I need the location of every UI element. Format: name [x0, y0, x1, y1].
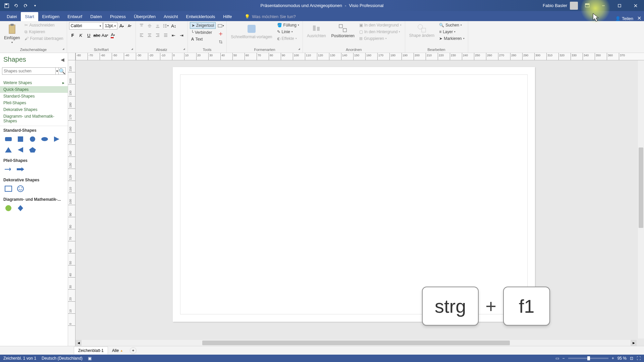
select-button[interactable]: ➤Markieren▾: [438, 36, 466, 42]
zoom-level[interactable]: 95 %: [618, 356, 627, 361]
minimize-icon[interactable]: [597, 1, 610, 10]
decrease-indent-icon[interactable]: ⇤: [170, 32, 177, 39]
full-screen-icon[interactable]: ⛶: [637, 356, 641, 361]
rectangle-tool-icon[interactable]: ▾: [217, 22, 224, 29]
shape-frame[interactable]: [3, 184, 13, 193]
fit-page-icon[interactable]: ⊡: [630, 356, 633, 361]
strikethrough-button[interactable]: abc: [93, 32, 101, 39]
search-dropdown-icon[interactable]: ▾: [56, 67, 59, 75]
close-document-icon[interactable]: [637, 16, 641, 21]
align-middle-icon[interactable]: [146, 22, 153, 29]
underline-button[interactable]: U: [85, 32, 93, 39]
tab-daten[interactable]: Daten: [86, 12, 106, 21]
shape-pentagon[interactable]: [28, 145, 38, 154]
ribbon-display-options-icon[interactable]: [581, 1, 594, 10]
scroll-v-thumb[interactable]: [639, 147, 643, 228]
shape-diamond[interactable]: [15, 204, 25, 213]
bring-front-button[interactable]: ▣In den Vordergrund▾: [358, 22, 403, 28]
align-left-icon[interactable]: [138, 32, 145, 39]
zoom-out-icon[interactable]: −: [562, 356, 565, 361]
shapes-cat-pfeil[interactable]: Pfeil-Shapes: [0, 100, 68, 106]
font-color-button[interactable]: A▾: [109, 32, 117, 39]
shape-square[interactable]: [15, 135, 25, 143]
vertical-scrollbar[interactable]: [638, 60, 644, 339]
align-button[interactable]: Ausrichten: [305, 22, 328, 40]
shape-triangle-up[interactable]: [3, 145, 13, 154]
quick-styles-button[interactable]: Schnellformat-vorlagen: [229, 22, 274, 41]
shape-arrow-block[interactable]: [15, 165, 25, 174]
fill-button[interactable]: 🪣Füllung▾: [276, 22, 301, 28]
tab-hilfe[interactable]: Hilfe: [219, 12, 236, 21]
shape-triangle-right[interactable]: [52, 135, 62, 143]
canvas-scroll[interactable]: [75, 60, 637, 339]
bullets-icon[interactable]: ▾: [162, 22, 169, 29]
collapse-panel-icon[interactable]: ◀: [61, 57, 64, 62]
tab-ansicht[interactable]: Ansicht: [160, 12, 182, 21]
change-shape-button[interactable]: Shape ändern: [407, 22, 436, 39]
scroll-left-icon[interactable]: ◀: [75, 340, 82, 346]
group-button[interactable]: ⊞Gruppieren▾: [358, 36, 403, 42]
redo-icon[interactable]: [22, 2, 29, 9]
effects-button[interactable]: ◐Effekte▾: [276, 36, 301, 42]
shapes-search-input[interactable]: [2, 67, 56, 75]
connection-point-icon[interactable]: [217, 30, 224, 38]
page-tab-1[interactable]: Zeichenblatt-1: [74, 347, 108, 354]
text-direction-icon[interactable]: A↕: [170, 22, 177, 29]
zoom-in-icon[interactable]: +: [612, 356, 614, 361]
add-page-icon[interactable]: +: [130, 347, 137, 354]
page-tab-all[interactable]: Alle▲: [109, 347, 126, 354]
search-go-icon[interactable]: 🔍: [59, 67, 66, 75]
shapes-cat-standard[interactable]: Standard-Shapes: [0, 93, 68, 100]
align-bottom-icon[interactable]: [154, 22, 161, 29]
increase-indent-icon[interactable]: ⇥: [178, 32, 185, 39]
tab-entwurf[interactable]: Entwurf: [63, 12, 86, 21]
position-button[interactable]: Positionieren: [329, 22, 357, 40]
tab-datei[interactable]: Datei: [3, 12, 21, 21]
status-language[interactable]: Deutsch (Deutschland): [42, 356, 83, 361]
pointer-tool-button[interactable]: ➤Zeigertool: [190, 22, 216, 29]
paste-button[interactable]: Einfügen ▾: [2, 22, 22, 45]
share-button[interactable]: 👤 Teilen: [615, 16, 633, 21]
avatar[interactable]: [570, 2, 578, 10]
tab-einfuegen[interactable]: Einfügen: [38, 12, 63, 21]
bold-button[interactable]: F: [69, 32, 76, 39]
connector-tool-button[interactable]: ╰Verbinder: [190, 29, 216, 36]
shape-arrow-thin[interactable]: [3, 165, 13, 174]
shape-green-circle[interactable]: [3, 204, 13, 213]
tab-prozess[interactable]: Prozess: [106, 12, 130, 21]
line-button[interactable]: ✎Linie▾: [276, 29, 301, 35]
align-justify-icon[interactable]: [162, 32, 169, 39]
shape-smiley[interactable]: [15, 184, 25, 193]
font-size-select[interactable]: 12pt.▾: [103, 22, 117, 29]
tab-ueberpruefen[interactable]: Überprüfen: [130, 12, 160, 21]
shapes-cat-diagramm[interactable]: Diagramm- und Mathematik-Shapes: [0, 113, 68, 124]
italic-button[interactable]: K: [77, 32, 85, 39]
shape-triangle-left[interactable]: [15, 145, 25, 154]
save-icon[interactable]: [3, 2, 10, 9]
cut-button[interactable]: ✂Ausschneiden: [23, 22, 64, 28]
undo-icon[interactable]: [13, 2, 19, 9]
crop-tool-icon[interactable]: [217, 38, 224, 46]
drawing-page[interactable]: [173, 67, 535, 322]
find-button[interactable]: 🔍Suchen▾: [438, 22, 466, 28]
text-tool-button[interactable]: AText: [190, 36, 216, 42]
qat-customize-icon[interactable]: ▾: [32, 2, 38, 9]
change-case-button[interactable]: Aa▾: [101, 32, 109, 39]
font-family-select[interactable]: Calibri▾: [69, 22, 103, 29]
shapes-cat-weitere[interactable]: Weitere Shapes▸: [0, 79, 68, 86]
maximize-icon[interactable]: [613, 1, 626, 10]
zoom-slider[interactable]: [568, 358, 608, 359]
tell-me-search[interactable]: 💡 Was möchten Sie tun?: [243, 12, 298, 21]
close-icon[interactable]: [629, 1, 642, 10]
tab-entwicklertools[interactable]: Entwicklertools: [182, 12, 219, 21]
copy-button[interactable]: ⧉Kopieren: [23, 29, 64, 35]
shapes-cat-dekorative[interactable]: Dekorative Shapes: [0, 106, 68, 113]
align-center-icon[interactable]: [146, 32, 153, 39]
shape-circle[interactable]: [28, 135, 38, 143]
shapes-cat-quick[interactable]: Quick-Shapes: [0, 86, 68, 93]
presentation-mode-icon[interactable]: ▭: [555, 356, 559, 361]
shape-ellipse[interactable]: [40, 135, 50, 143]
align-right-icon[interactable]: [154, 32, 161, 39]
tab-start[interactable]: Start: [21, 12, 38, 21]
scroll-right-icon[interactable]: ▶: [631, 340, 637, 346]
